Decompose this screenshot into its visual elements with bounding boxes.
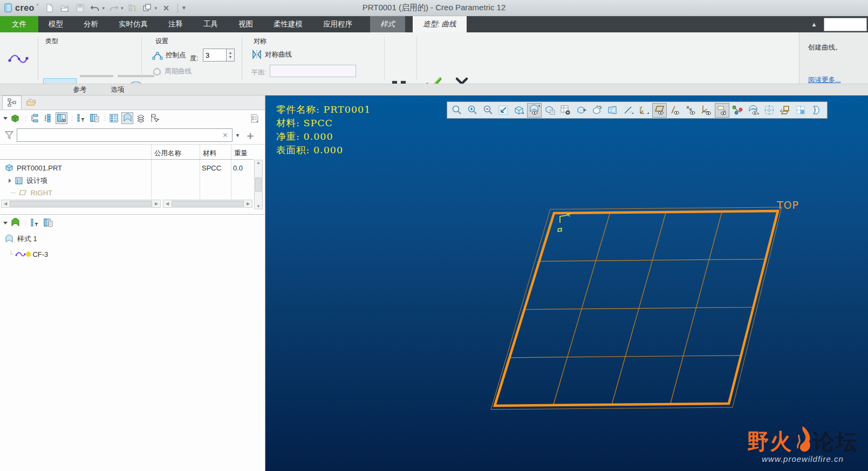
- graphics-viewport[interactable]: 零件名称: PRT0001 材料: SPCC 净重: 0.000 表面积: 0.…: [265, 95, 868, 471]
- close-window-icon[interactable]: [160, 2, 172, 14]
- degree-input[interactable]: [203, 49, 227, 62]
- layers-icon[interactable]: [135, 112, 147, 124]
- folder-browser-icon: [26, 98, 37, 107]
- surface-wireframe[interactable]: [265, 95, 868, 471]
- periodic-curve-button[interactable]: 周期曲线: [152, 67, 192, 76]
- open-file-icon[interactable]: [59, 2, 71, 14]
- new-feature-star-icon: ✱: [26, 250, 32, 258]
- copy-table-icon[interactable]: [88, 112, 100, 124]
- cell-weight: 0.0: [233, 164, 243, 172]
- symmetry-group-label: 对称: [254, 37, 266, 46]
- options-subtab[interactable]: 选项: [99, 84, 136, 95]
- add-filter-icon[interactable]: ＋: [243, 131, 256, 140]
- clear-filter-icon[interactable]: ✕: [218, 131, 232, 139]
- tab-style[interactable]: 样式: [370, 16, 405, 32]
- tab-model[interactable]: 模型: [38, 16, 73, 32]
- col-material[interactable]: 材料: [203, 149, 216, 158]
- symmetric-curve-icon: [251, 50, 262, 59]
- degree-spinner-arrows[interactable]: ▲▼: [227, 49, 235, 62]
- style-tree-root-row[interactable]: 样式 1: [4, 233, 269, 245]
- ribbon-collapse-icon[interactable]: ▲: [807, 16, 822, 32]
- tab-analysis[interactable]: 分析: [73, 16, 108, 32]
- periodic-curve-icon: [152, 67, 162, 76]
- expand-arrow-icon[interactable]: [9, 179, 11, 183]
- filter-dropdown-icon[interactable]: ▼: [235, 133, 240, 138]
- undo-caret-icon[interactable]: ▾: [102, 5, 105, 11]
- style-tree-toolbar: ⋮: [0, 215, 265, 231]
- list-view-icon[interactable]: [108, 112, 120, 124]
- tree-horizontal-scrollbar-right[interactable]: ◀▶: [163, 200, 252, 208]
- tab-live-simulation[interactable]: 实时仿真: [108, 16, 158, 32]
- redo-icon[interactable]: [108, 2, 120, 14]
- tab-file[interactable]: 文件: [0, 16, 38, 32]
- surface-view-icon[interactable]: [121, 112, 133, 124]
- tree-vertical-scrollbar[interactable]: ▲▼: [254, 160, 263, 209]
- toolbar-options-icon[interactable]: ▼: [181, 5, 187, 11]
- plane-label: 平面:: [251, 68, 266, 77]
- tree-row-design-items[interactable]: 设计项: [9, 175, 47, 187]
- save-icon[interactable]: [74, 2, 86, 14]
- creo-logo: creo°: [0, 3, 44, 13]
- tree-filter-input[interactable]: [17, 129, 218, 141]
- creo-logo-icon: [4, 3, 13, 13]
- style-tree-menu-caret-icon[interactable]: [3, 222, 8, 224]
- control-points-button[interactable]: 控制点: [152, 51, 186, 60]
- model-tree-table: 公用名称 材料 重量 PRT0001.PRT SPCC 0.0: [0, 144, 265, 209]
- tree-filter-input-wrap: ✕: [17, 128, 233, 142]
- references-subtab[interactable]: 参考: [61, 84, 99, 95]
- datum-plane-icon: [18, 189, 28, 196]
- new-file-icon[interactable]: [44, 2, 56, 14]
- tab-applications[interactable]: 应用程序: [313, 16, 363, 32]
- ribbon-tab-bar: 文件 模型 分析 实时仿真 注释 工具 视图 柔性建模 应用程序 样式 造型: …: [0, 16, 868, 32]
- tree-horizontal-scrollbar-left[interactable]: ◀▶: [1, 200, 161, 208]
- col-common-name[interactable]: 公用名称: [154, 149, 181, 158]
- degree-label: 度:: [190, 54, 198, 63]
- help-text: 创建曲线。: [808, 43, 842, 52]
- symmetric-curve-button[interactable]: 对称曲线: [251, 50, 292, 59]
- tree-menu-caret-icon[interactable]: [3, 117, 8, 120]
- style-feature-icon: [4, 235, 14, 244]
- part-cube-icon: [4, 163, 13, 172]
- flame-icon: [794, 425, 812, 453]
- folder-browser-tab[interactable]: [22, 95, 41, 110]
- cf-curve-icon: [15, 251, 26, 258]
- ribbon: 类型 自由曲线 平面曲线 曲面上的曲线 设置 控制点 度: ▲▼: [0, 32, 868, 84]
- find-flag-icon[interactable]: [148, 112, 160, 124]
- tree-row-right-plane[interactable]: ─ RIGHT: [11, 187, 52, 199]
- filter-funnel-icon: [4, 131, 14, 140]
- col-weight[interactable]: 重量: [234, 149, 248, 158]
- tab-flexible-modeling[interactable]: 柔性建模: [263, 16, 313, 32]
- plane-input[interactable]: [270, 65, 356, 77]
- command-search-input[interactable]: [824, 18, 867, 31]
- tab-tools[interactable]: 工具: [193, 16, 228, 32]
- expand-all-icon[interactable]: [29, 112, 40, 124]
- grid-inner-lines: [510, 211, 766, 405]
- curve-feature-icon: [8, 52, 29, 66]
- style-surface-icon[interactable]: [9, 217, 21, 229]
- style-copy-table-icon[interactable]: [42, 217, 54, 229]
- main-area: ⋮ ⋮ ⋮: [0, 95, 868, 471]
- style-tree-curve-row[interactable]: └ ✱ CF-3: [9, 248, 274, 260]
- tree-settings-icon[interactable]: [249, 112, 261, 124]
- model-tree-tab[interactable]: [2, 95, 22, 110]
- tab-annotate[interactable]: 注释: [158, 16, 193, 32]
- watermark-url: www.proewildfire.cn: [747, 454, 858, 463]
- model-display-icon[interactable]: [141, 2, 153, 14]
- tree-filters-icon[interactable]: [75, 112, 87, 124]
- redo-caret-icon[interactable]: ▾: [121, 5, 124, 11]
- regenerate-icon[interactable]: [126, 2, 138, 14]
- design-items-icon: [15, 176, 23, 185]
- part-node-icon[interactable]: [9, 112, 21, 124]
- style-tree-filters-icon[interactable]: [29, 217, 40, 229]
- collapse-all-icon[interactable]: [42, 112, 54, 124]
- show-columns-icon[interactable]: [56, 112, 67, 124]
- model-display-caret-icon[interactable]: ▾: [154, 5, 157, 11]
- tree-row-part[interactable]: PRT0001.PRT: [4, 162, 62, 174]
- quick-access-toolbar: ▾ ▾ ▾ ▼: [44, 2, 187, 14]
- type-group-label: 类型: [45, 37, 58, 46]
- tab-view[interactable]: 视图: [228, 16, 263, 32]
- navigator-tabs: [0, 95, 265, 110]
- tab-styling-curve[interactable]: 造型: 曲线: [413, 16, 467, 32]
- cell-material: SPCC: [202, 164, 221, 172]
- undo-icon[interactable]: [89, 2, 101, 14]
